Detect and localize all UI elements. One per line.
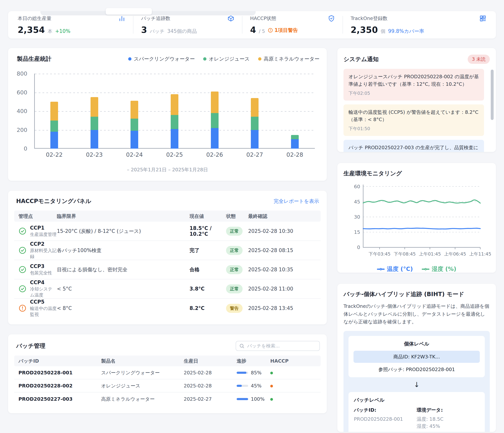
haccp-row-ccp1: CCP1生産温度管理 15-20°C (炭酸) / 8-12°C (ジュース) …: [14, 222, 321, 241]
legend-item-sparkling-water[interactable]: スパークリングウォーター: [128, 55, 195, 62]
svg-text:下午03:45: 下午03:45: [369, 251, 391, 257]
shield-icon: [328, 15, 335, 22]
alert-circle-icon: [268, 28, 273, 33]
y-axis-tick: 0: [24, 145, 27, 152]
bar-02-25: [171, 94, 178, 149]
haccp-row-ccp2: CCP2原材料受入記録 各バッチ100%検査 完了 正常 2025-02-28 …: [14, 241, 321, 260]
stat-haccp-status: HACCP状態 4 / 5 1項目警告: [242, 11, 342, 38]
biht-description: TrackOneのバッチ-個体ハイブリッド追跡モードは、商品追跡を個体レベルとバ…: [343, 302, 490, 326]
svg-text:45: 45: [354, 199, 360, 205]
legend-item-temperature[interactable]: 温度 (°C): [377, 265, 413, 273]
env-monitoring-card: 生産環境モニタリング 015304560下午03:45下午08:45上午01:4…: [337, 163, 496, 273]
svg-text:30: 30: [354, 214, 360, 220]
x-axis-tick: 02-27: [243, 151, 266, 158]
stat-delta: +10%: [55, 28, 71, 34]
y-axis-tick: 800: [17, 70, 27, 77]
stat-label: 本日の総生産量: [18, 15, 52, 22]
notification-item-temperature-low[interactable]: オレンジジュースバッチ PROD20250228-002 の温度が基準値より若干…: [343, 69, 484, 100]
batch-level-card: バッチレベル バッチID: PROD20250228-001 環境データ: 温度…: [349, 392, 485, 432]
notification-item-batch-complete[interactable]: バッチ PROD20250227-003 の生産が完了し、品質検査に合格しました…: [343, 140, 484, 152]
haccp-row-ccp3: CCP3包装完全性 目視による損傷なし、密封完全 合格 正常 2025-02-2…: [14, 260, 321, 279]
check-circle-icon: [18, 227, 27, 235]
batch-table-header: バッチID 製品名 生産日 進捗 HACCP: [14, 355, 321, 366]
bar-chart-xlabels: 02-2202-2302-2402-2502-2602-2702-28: [34, 151, 315, 158]
x-axis-tick: 02-23: [83, 151, 106, 158]
check-circle-icon: [18, 285, 27, 293]
scrollbar-thumb[interactable]: [491, 70, 494, 120]
haccp-table: 管理点 臨界限界 現在値 状態 最終確認 CCP1生産温度管理 15-20°C …: [14, 210, 321, 318]
box-icon: [227, 15, 234, 22]
haccp-row-ccp5: CCP5輸送中の温度監視 < 8°C 8.2°C 警告 2025-02-28 1…: [14, 299, 321, 318]
svg-text:15: 15: [354, 229, 360, 235]
batch-row-prod20250228-002[interactable]: PROD20250228-002 オレンジジュース 2025-02-28 45%: [14, 379, 321, 392]
stat-label: TrackOne登録数: [351, 15, 387, 22]
qr-code-icon: [479, 15, 486, 22]
stat-warning-text: 1項目警告: [274, 27, 298, 34]
env-temp-value: 温度: 18.5C: [417, 415, 480, 423]
bar-chart-bars: [34, 74, 315, 149]
batch-id-label: バッチID:: [354, 407, 417, 413]
check-circle-icon: [18, 266, 27, 274]
y-axis-tick: 200: [17, 127, 27, 133]
svg-text:60: 60: [354, 184, 360, 189]
line-marker: [422, 269, 429, 270]
down-arrow-icon: ↓: [349, 381, 485, 388]
unit-level-card: 個体レベル 商品ID: KF2W3-TK... 参照バッチ: PROD20250…: [349, 336, 485, 377]
notification-time: 下午01:50: [349, 126, 479, 132]
bar-02-27: [251, 98, 259, 149]
biht-title: バッチ-個体ハイブリッド追跡 (BIHT) モード: [343, 290, 490, 298]
full-report-link[interactable]: 完全レポートを表示: [274, 198, 319, 205]
haccp-panel-title: HACCPモニタリングパネル: [16, 197, 91, 205]
batch-management-title: バッチ管理: [16, 342, 45, 350]
progress-bar: [237, 372, 248, 374]
unread-badge: 3 未読: [468, 54, 490, 64]
status-badge: 正常: [226, 284, 243, 293]
notifications-title: システム通知: [343, 55, 379, 63]
biht-diagram: 個体レベル 商品ID: KF2W3-TK... 参照バッチ: PROD20250…: [343, 331, 490, 432]
bar-02-26: [211, 91, 218, 149]
env-data-label: 環境データ:: [417, 407, 480, 413]
batch-row-prod20250227-003[interactable]: PROD20250227-003 高原ミネラルウォーター 2025-02-27 …: [14, 392, 321, 406]
active-tab-pill[interactable]: [106, 8, 152, 15]
search-icon: [239, 343, 244, 349]
legend-item-humidity[interactable]: 湿度 (%): [422, 265, 456, 273]
biht-mode-card: バッチ-個体ハイブリッド追跡 (BIHT) モード TrackOneのバッチ-個…: [337, 284, 496, 432]
production-bar-chart: 0200400600800: [34, 74, 315, 149]
tab-bar-remnant: [40, 11, 256, 15]
svg-text:0: 0: [357, 244, 360, 250]
production-chart-title: 製品生産統計: [17, 55, 52, 63]
y-axis-tick: 400: [17, 108, 27, 114]
x-axis-tick: 02-28: [283, 151, 306, 158]
legend-item-orange-juice[interactable]: オレンジジュース: [203, 55, 250, 62]
x-axis-tick: 02-26: [203, 151, 226, 158]
production-chart-card: 製品生産統計 スパークリングウォーター オレンジジュース 高原ミネラルウォ: [8, 48, 327, 181]
haccp-panel-card: HACCPモニタリングパネル 完全レポートを表示 管理点 臨界限界 現在値 状態…: [8, 191, 327, 324]
bar-02-28: [291, 135, 299, 149]
batch-row-prod20250228-001[interactable]: PROD20250228-001 スパークリングウォーター 2025-02-28…: [14, 366, 321, 379]
batch-search: [236, 341, 320, 351]
status-badge: 正常: [226, 265, 243, 274]
bar-02-24: [131, 101, 138, 149]
legend-dot: [128, 57, 132, 61]
stat-value: 3: [141, 25, 147, 35]
x-axis-tick: 02-25: [163, 151, 186, 158]
line-marker: [377, 269, 385, 270]
bar-02-23: [90, 97, 98, 149]
stat-value: 4: [250, 25, 256, 35]
alert-circle-icon: [18, 304, 27, 312]
batch-level-title: バッチレベル: [354, 397, 479, 403]
production-chart-legend: スパークリングウォーター オレンジジュース 高原ミネラルウォーター: [128, 55, 319, 62]
haccp-status-dot: [270, 372, 273, 374]
haccp-table-header: 管理点 臨界限界 現在値 状態 最終確認: [14, 210, 321, 222]
svg-text:上午06:45: 上午06:45: [444, 251, 466, 257]
env-chart-legend: 温度 (°C) 湿度 (%): [343, 265, 490, 273]
stat-value: 2,350: [351, 25, 378, 35]
system-notifications-card: システム通知 3 未読 オレンジジュースバッチ PROD20250228-002…: [337, 48, 496, 152]
stat-label: HACCP状態: [250, 15, 276, 22]
notification-item-ccp5-warning[interactable]: 輸送中の温度監視 (CCP5) が警告値を超えています：8.2°C（基準：< 8…: [343, 104, 484, 136]
status-badge: 正常: [226, 227, 243, 236]
dashboard-page: 本日の総生産量 2,354 本 +10% バッチ追跡数 3 バッチ: [0, 11, 504, 433]
legend-item-mineral-water[interactable]: 高原ミネラルウォーター: [258, 55, 319, 62]
env-humidity-value: 湿度: 45%: [417, 423, 480, 430]
batch-search-input[interactable]: [236, 341, 320, 351]
